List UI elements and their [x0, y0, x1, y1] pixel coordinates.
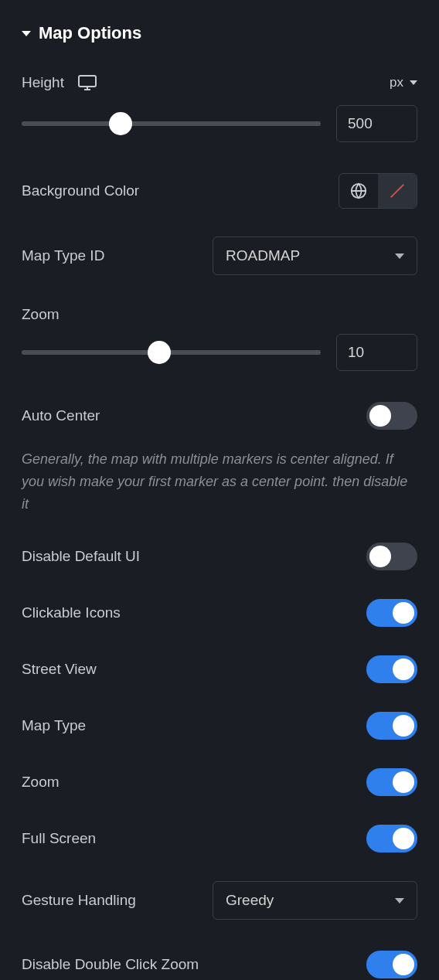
disable-default-ui-row: Disable Default UI	[22, 543, 417, 570]
full-screen-row: Full Screen	[22, 825, 417, 852]
zoom-row: Zoom	[22, 306, 417, 323]
map-type-label: Map Type	[22, 717, 86, 734]
street-view-row: Street View	[22, 655, 417, 683]
globe-icon	[350, 182, 367, 199]
map-type-id-select[interactable]: ROADMAP	[213, 236, 417, 275]
color-global-button[interactable]	[339, 174, 378, 208]
height-slider-thumb[interactable]	[109, 112, 132, 135]
section-title: Map Options	[39, 23, 141, 43]
height-label: Height	[22, 74, 64, 91]
chevron-down-icon	[395, 898, 404, 903]
height-input[interactable]	[336, 105, 417, 142]
zoom-slider-row	[22, 334, 417, 371]
section-header[interactable]: Map Options	[22, 23, 417, 43]
zoom-control-label: Zoom	[22, 774, 60, 791]
svg-rect-0	[79, 76, 96, 87]
svg-line-5	[391, 185, 404, 198]
height-slider[interactable]	[22, 121, 321, 126]
disable-default-ui-label: Disable Default UI	[22, 548, 140, 565]
zoom-slider[interactable]	[22, 350, 321, 355]
disable-double-click-zoom-toggle[interactable]	[366, 951, 417, 978]
auto-center-toggle[interactable]	[366, 402, 417, 430]
clickable-icons-label: Clickable Icons	[22, 604, 121, 621]
map-type-id-row: Map Type ID ROADMAP	[22, 236, 417, 275]
chevron-down-icon	[22, 31, 31, 36]
background-color-control	[339, 173, 417, 209]
height-unit-select[interactable]: px	[390, 75, 417, 90]
no-color-icon	[389, 182, 406, 199]
clickable-icons-toggle[interactable]	[366, 599, 417, 627]
zoom-slider-thumb[interactable]	[148, 341, 171, 364]
auto-center-help: Generally, the map with multiple markers…	[22, 448, 417, 515]
full-screen-label: Full Screen	[22, 830, 96, 847]
chevron-down-icon	[410, 80, 417, 85]
gesture-handling-value: Greedy	[226, 892, 274, 909]
map-type-id-label: Map Type ID	[22, 247, 104, 264]
zoom-input[interactable]	[336, 334, 417, 371]
gesture-handling-label: Gesture Handling	[22, 892, 136, 909]
street-view-toggle[interactable]	[366, 655, 417, 683]
map-type-row: Map Type	[22, 712, 417, 740]
color-swatch-button[interactable]	[378, 174, 417, 208]
clickable-icons-row: Clickable Icons	[22, 599, 417, 627]
chevron-down-icon	[395, 254, 404, 259]
zoom-control-row: Zoom	[22, 768, 417, 796]
map-type-id-value: ROADMAP	[226, 247, 300, 264]
disable-double-click-zoom-row: Disable Double Click Zoom	[22, 951, 417, 978]
disable-double-click-zoom-label: Disable Double Click Zoom	[22, 956, 199, 973]
background-color-label: Background Color	[22, 182, 139, 199]
map-type-toggle[interactable]	[366, 712, 417, 740]
full-screen-toggle[interactable]	[366, 825, 417, 852]
background-color-row: Background Color	[22, 173, 417, 209]
street-view-label: Street View	[22, 661, 97, 678]
zoom-control-toggle[interactable]	[366, 768, 417, 796]
height-row: Height px	[22, 74, 417, 91]
height-unit-value: px	[390, 75, 403, 90]
auto-center-label: Auto Center	[22, 407, 100, 424]
desktop-icon	[78, 75, 97, 90]
gesture-handling-row: Gesture Handling Greedy	[22, 881, 417, 920]
disable-default-ui-toggle[interactable]	[366, 543, 417, 570]
gesture-handling-select[interactable]: Greedy	[213, 881, 417, 920]
auto-center-row: Auto Center	[22, 402, 417, 430]
zoom-label: Zoom	[22, 306, 60, 323]
height-slider-row	[22, 105, 417, 142]
